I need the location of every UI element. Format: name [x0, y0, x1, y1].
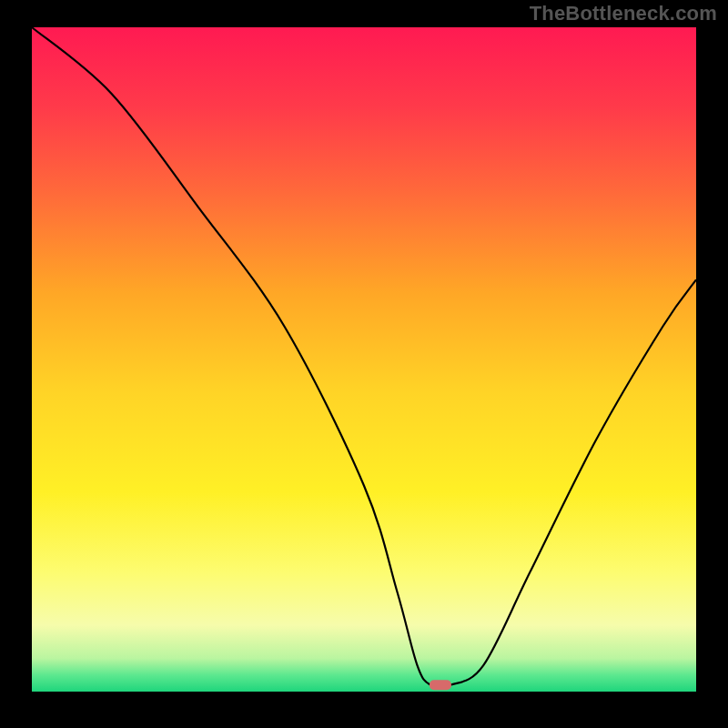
chart-frame: TheBottleneck.com: [0, 0, 728, 728]
bottleneck-chart: [0, 0, 728, 728]
watermark-text: TheBottleneck.com: [530, 2, 717, 25]
plot-background: [32, 27, 696, 692]
optimum-marker: [430, 680, 451, 690]
